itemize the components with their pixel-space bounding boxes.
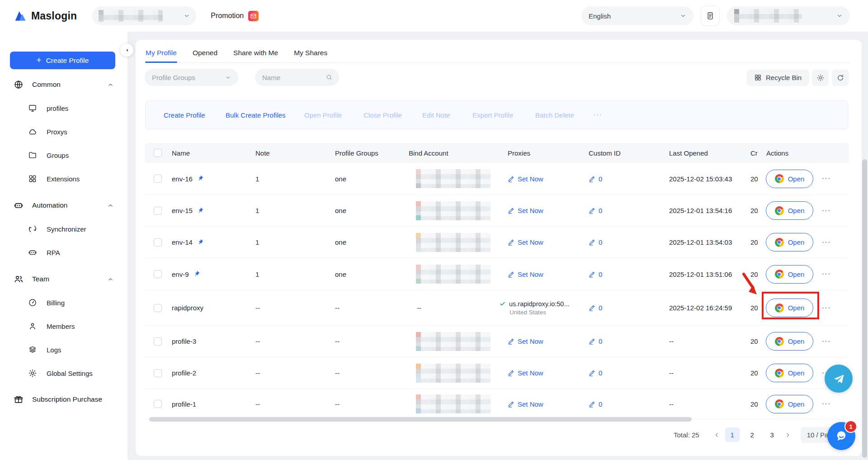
edit-custom-id-link[interactable]: 0 [589,238,602,246]
name-search-input[interactable] [261,73,322,82]
workspace-selector[interactable] [92,6,196,25]
column-header-bind-account: Bind Account [409,143,501,163]
sidebar-item-billing[interactable]: Billing [0,291,127,314]
language-selector[interactable]: English [581,6,693,25]
tab-share-with-me[interactable]: Share with Me [233,43,278,62]
top-header: Maslogin Promotion English [0,0,868,32]
open-profile-button[interactable]: Open [766,170,813,188]
page-button-1[interactable]: 1 [725,427,740,442]
sidebar-section-automation[interactable]: Automation [0,194,127,217]
tab-my-profile[interactable]: My Profile [145,43,177,62]
open-button-label: Open [788,207,805,214]
open-profile-button[interactable]: Open [766,364,813,382]
page-button-3[interactable]: 3 [765,427,779,442]
sidebar-section-team[interactable]: Team [0,267,127,291]
edit-custom-id-link[interactable]: 0 [589,207,602,214]
row-more-actions-button[interactable]: ··· [822,238,831,247]
sidebar-item-proxys[interactable]: Proxys [0,120,127,143]
prev-page-button[interactable] [711,432,722,438]
row-checkbox[interactable] [154,337,162,346]
select-all-checkbox[interactable] [154,149,162,157]
refresh-button[interactable] [832,69,849,86]
robot-icon [28,248,37,257]
toolbar-bulk-create-profiles[interactable]: Bulk Create Profiles [226,101,286,129]
pin-icon[interactable] [197,175,204,182]
open-profile-button[interactable]: Open [766,299,813,317]
open-profile-button[interactable]: Open [766,332,813,351]
set-proxy-link[interactable]: Set Now [508,207,543,214]
edit-custom-id-link[interactable]: 0 [589,369,602,377]
row-checkbox[interactable] [154,400,162,408]
set-proxy-link[interactable]: Set Now [508,337,543,345]
set-proxy-link[interactable]: Set Now [508,270,543,278]
horizontal-scrollbar[interactable] [149,417,692,422]
row-checkbox[interactable] [154,207,162,215]
profile-groups-filter[interactable]: Profile Groups [145,69,238,86]
sidebar-collapse-button[interactable] [120,43,133,57]
bind-account-cell [409,258,501,290]
edit-custom-id-link[interactable]: 0 [589,400,602,408]
pin-icon[interactable] [197,239,204,246]
row-checkbox[interactable] [154,238,162,247]
row-more-actions-button[interactable]: ··· [822,175,831,183]
created-time-cell-clipped: 20 [750,195,758,226]
set-proxy-link[interactable]: Set Now [508,369,543,377]
sidebar-item-extensions[interactable]: Extensions [0,167,127,190]
note-cell: 1 [255,163,330,194]
set-proxy-link[interactable]: Set Now [508,238,543,246]
note-cell: -- [255,389,330,419]
edit-custom-id-link[interactable]: 0 [589,175,602,183]
row-more-actions-button[interactable]: ··· [822,270,831,278]
next-page-button[interactable] [782,432,793,438]
open-profile-button[interactable]: Open [766,201,813,220]
toolbar-more-button[interactable]: ··· [593,101,602,129]
sidebar-item-global-settings[interactable]: Global Settings [0,361,127,385]
sidebar-item-logs[interactable]: Logs [0,338,127,361]
bind-account-cell [409,195,501,226]
set-proxy-link[interactable]: Set Now [508,400,543,408]
row-more-actions-button[interactable]: ··· [822,337,831,346]
sidebar-item-groups[interactable]: Groups [0,143,127,167]
open-profile-button[interactable]: Open [766,233,813,251]
chat-support-button[interactable]: 1 [827,422,855,450]
promotion-link[interactable]: Promotion [211,11,259,21]
edit-custom-id-link[interactable]: 0 [589,304,602,312]
sidebar-item-label: Logs [47,346,61,354]
recycle-bin-button[interactable]: Recycle Bin [747,69,809,86]
vertical-scrollbar[interactable] [862,159,867,458]
sidebar-item-members[interactable]: Members [0,314,127,338]
row-more-actions-button[interactable]: ··· [822,400,831,408]
sidebar-section-common[interactable]: Common [0,73,127,96]
docs-button[interactable] [701,6,720,26]
edit-custom-id-link[interactable]: 0 [589,270,602,278]
telegram-button[interactable] [825,365,853,393]
last-opened-cell: 2025-12-01 13:54:16 [669,195,747,226]
row-checkbox[interactable] [154,369,162,377]
table-settings-button[interactable] [812,69,829,86]
toolbar-create-profile[interactable]: Create Profile [164,101,205,129]
tab-my-shares[interactable]: My Shares [293,43,328,62]
page-button-2[interactable]: 2 [745,427,760,442]
telegram-icon [831,371,846,386]
user-account-menu[interactable] [727,6,850,25]
toolbar-open-profile: Open Profile [304,101,342,129]
custom-id-value: 0 [599,175,602,183]
row-checkbox[interactable] [154,175,162,183]
row-more-actions-button[interactable]: ··· [822,207,831,215]
pin-icon[interactable] [197,207,204,214]
row-more-actions-button[interactable]: ··· [822,304,831,312]
row-checkbox[interactable] [154,304,162,312]
cloud-icon [28,127,37,136]
open-profile-button[interactable]: Open [766,395,813,413]
sidebar-item-rpa[interactable]: RPA [0,241,127,264]
create-profile-button[interactable]: + Create Profile [10,52,115,69]
tab-opened[interactable]: Opened [192,43,218,62]
pin-icon[interactable] [193,270,200,278]
sidebar-item-profiles[interactable]: profiles [0,96,127,120]
edit-custom-id-link[interactable]: 0 [589,337,602,345]
open-profile-button[interactable]: Open [766,265,813,284]
set-proxy-link[interactable]: Set Now [508,175,543,183]
sidebar-item-subscription-purchase[interactable]: Subscription Purchase [0,388,127,411]
row-checkbox[interactable] [154,270,162,278]
sidebar-item-synchronizer[interactable]: Synchronizer [0,217,127,241]
